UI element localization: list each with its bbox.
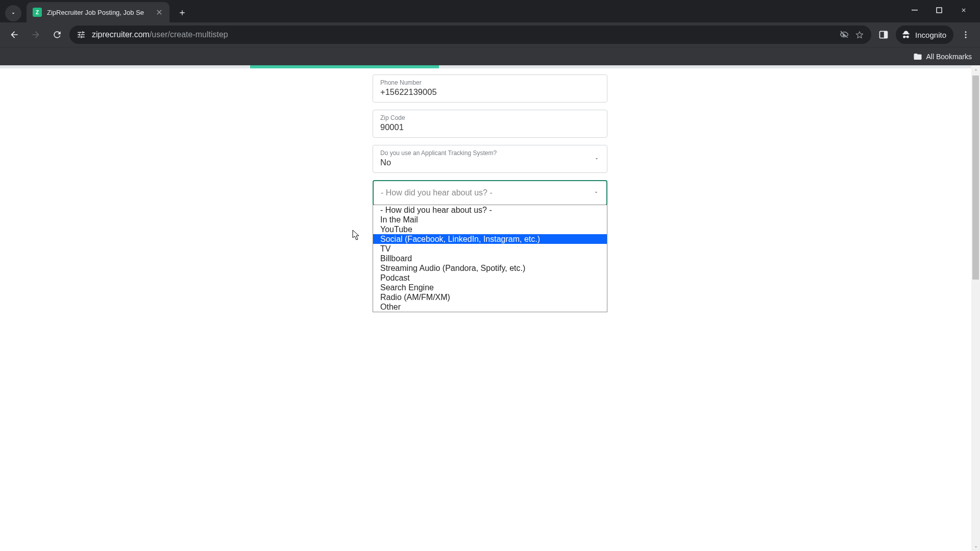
source-option[interactable]: YouTube [373,224,607,234]
eye-off-icon [840,30,849,40]
form-area: Phone Number +15622139005 Zip Code 90001… [373,68,607,206]
close-icon [155,8,163,16]
progress-fill [250,65,439,68]
source-placeholder: - How did you hear about us? - [381,188,493,197]
incognito-label: Incognito [915,31,946,39]
reload-button[interactable] [48,26,66,44]
panel-icon [878,30,889,40]
all-bookmarks-label: All Bookmarks [926,53,972,61]
site-info-button[interactable] [77,30,86,39]
source-option[interactable]: Social (Facebook, LinkedIn, Instagram, e… [373,234,607,244]
tab-bar: Z ZipRecruiter Job Posting, Job Se [0,0,980,22]
cursor-icon [352,230,361,241]
scroll-down-button[interactable] [971,542,980,551]
back-button[interactable] [5,26,23,44]
browser-tab[interactable]: Z ZipRecruiter Job Posting, Job Se [27,2,169,22]
plus-icon [178,9,186,17]
bookmarks-bar: All Bookmarks [0,47,980,65]
source-option[interactable]: Streaming Audio (Pandora, Spotify, etc.) [373,263,607,273]
phone-field[interactable]: Phone Number +15622139005 [373,74,607,103]
triangle-down-icon [973,544,978,549]
svg-rect-3 [884,31,888,38]
new-tab-button[interactable] [175,5,190,20]
ats-caret [594,155,600,164]
address-bar[interactable]: ziprecruiter.com/user/create-multistep [69,26,871,44]
chrome-menu-button[interactable] [957,26,975,44]
source-option[interactable]: Search Engine [373,283,607,292]
reload-icon [52,30,62,40]
phone-label: Phone Number [380,79,600,86]
svg-rect-0 [912,10,918,11]
caret-down-icon [593,189,599,195]
caret-down-icon [594,156,600,162]
side-panel-button[interactable] [874,26,893,44]
arrow-right-icon [31,30,41,40]
scroll-up-button[interactable] [971,65,980,74]
minimize-button[interactable] [902,0,927,20]
forward-button[interactable] [27,26,45,44]
eye-off-button[interactable] [840,30,849,39]
close-icon [961,7,967,13]
star-icon [855,30,864,40]
browser-chrome: Z ZipRecruiter Job Posting, Job Se [0,0,980,65]
site-favicon: Z [33,8,42,17]
source-option[interactable]: Other [373,302,607,312]
page-content: Phone Number +15622139005 Zip Code 90001… [0,65,980,551]
zip-value: 90001 [380,122,600,132]
source-option[interactable]: TV [373,244,607,254]
source-select-display[interactable]: - How did you hear about us? - [374,181,606,205]
ats-select[interactable]: Do you use an Applicant Tracking System?… [373,145,607,173]
vertical-scrollbar[interactable] [971,65,980,551]
incognito-icon [901,30,911,40]
svg-point-5 [965,34,967,36]
window-controls [902,0,976,20]
svg-point-6 [965,37,967,38]
chevron-down-icon [10,10,16,16]
all-bookmarks-button[interactable]: All Bookmarks [913,52,972,61]
source-option[interactable]: Billboard [373,254,607,263]
progress-bar [0,65,980,68]
ats-value: No [380,158,600,167]
source-caret [593,188,599,197]
url-text: ziprecruiter.com/user/create-multistep [92,30,834,39]
arrow-left-icon [9,30,19,40]
source-option[interactable]: - How did you hear about us? - [373,205,607,215]
scrollbar-thumb[interactable] [972,76,979,280]
folder-icon [913,52,922,61]
mouse-cursor [352,230,361,243]
source-option[interactable]: Podcast [373,273,607,283]
minimize-icon [912,7,918,13]
svg-rect-1 [937,8,942,13]
tab-search-button[interactable] [5,5,21,21]
source-option[interactable]: Radio (AM/FM/XM) [373,292,607,302]
dots-vertical-icon [961,30,970,39]
phone-value: +15622139005 [380,87,600,97]
triangle-up-icon [973,67,978,72]
maximize-icon [936,7,942,13]
tab-close-button[interactable] [155,8,163,16]
ats-label: Do you use an Applicant Tracking System? [380,149,600,157]
nav-bar: ziprecruiter.com/user/create-multistep I… [0,22,980,47]
tune-icon [77,30,86,39]
tab-title: ZipRecruiter Job Posting, Job Se [47,9,152,16]
maximize-button[interactable] [927,0,951,20]
zip-label: Zip Code [380,114,600,121]
incognito-badge[interactable]: Incognito [896,26,953,44]
zip-field[interactable]: Zip Code 90001 [373,110,607,138]
source-select[interactable]: - How did you hear about us? - - How did… [373,180,607,206]
svg-point-4 [965,31,967,33]
bookmark-button[interactable] [855,30,864,39]
source-dropdown-list: - How did you hear about us? -In the Mai… [373,205,607,312]
close-window-button[interactable] [951,0,976,20]
source-option[interactable]: In the Mail [373,215,607,224]
